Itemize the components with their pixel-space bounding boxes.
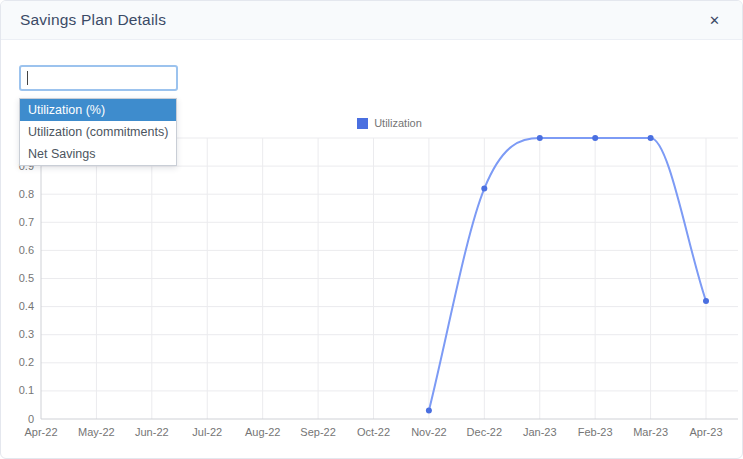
svg-text:Feb-23: Feb-23 — [578, 426, 613, 438]
metric-dropdown: Utilization (%) Utilization (commitments… — [19, 98, 177, 166]
svg-text:0.3: 0.3 — [19, 328, 34, 340]
modal-header: Savings Plan Details ✕ — [1, 1, 742, 40]
svg-text:0.8: 0.8 — [19, 188, 34, 200]
savings-plan-details-modal: Savings Plan Details ✕ 00.10.20.30.40.50… — [0, 0, 743, 459]
svg-text:Jan-23: Jan-23 — [523, 426, 557, 438]
dropdown-option-net-savings[interactable]: Net Savings — [20, 143, 176, 165]
close-icon[interactable]: ✕ — [706, 12, 723, 29]
svg-text:0.5: 0.5 — [19, 272, 34, 284]
svg-text:0.4: 0.4 — [19, 300, 34, 312]
svg-text:May-22: May-22 — [78, 426, 115, 438]
svg-text:0: 0 — [28, 413, 34, 425]
svg-text:0.1: 0.1 — [19, 384, 34, 396]
svg-text:Dec-22: Dec-22 — [467, 426, 502, 438]
svg-text:Aug-22: Aug-22 — [245, 426, 280, 438]
modal-title: Savings Plan Details — [20, 11, 166, 29]
legend-swatch-icon — [357, 118, 368, 129]
svg-text:Oct-22: Oct-22 — [357, 426, 390, 438]
dropdown-option-utilization-commitments[interactable]: Utilization (commitments) — [20, 121, 176, 143]
svg-text:0.2: 0.2 — [19, 356, 34, 368]
svg-text:Jun-22: Jun-22 — [135, 426, 169, 438]
svg-text:Sep-22: Sep-22 — [300, 426, 335, 438]
svg-text:0.6: 0.6 — [19, 244, 34, 256]
svg-text:Apr-22: Apr-22 — [24, 426, 57, 438]
svg-text:Jul-22: Jul-22 — [192, 426, 222, 438]
modal-body: 00.10.20.30.40.50.60.70.80.91Apr-22May-2… — [1, 40, 742, 459]
svg-text:Apr-23: Apr-23 — [689, 426, 722, 438]
svg-text:Mar-23: Mar-23 — [633, 426, 668, 438]
svg-text:Nov-22: Nov-22 — [411, 426, 446, 438]
dropdown-option-utilization-pct[interactable]: Utilization (%) — [20, 99, 176, 121]
metric-filter-input[interactable] — [19, 65, 178, 91]
svg-text:0.7: 0.7 — [19, 216, 34, 228]
legend-label: Utilization — [374, 117, 422, 129]
